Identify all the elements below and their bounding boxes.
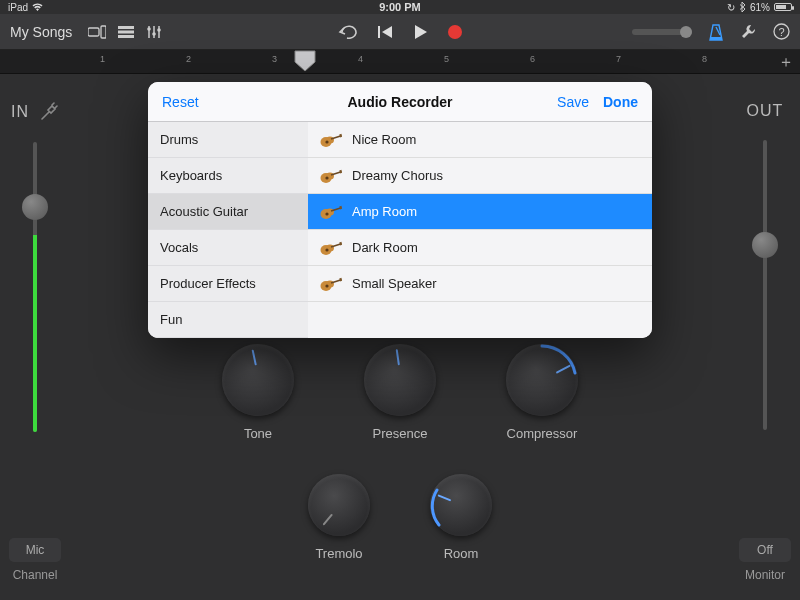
modal-header: Reset Audio Recorder Save Done: [148, 82, 652, 122]
svg-rect-0: [88, 28, 99, 36]
ruler-mark: 1: [100, 54, 105, 64]
guitar-icon: [320, 276, 342, 292]
ruler-mark: 6: [530, 54, 535, 64]
svg-text:?: ?: [778, 26, 784, 38]
svg-rect-8: [378, 26, 380, 38]
svg-point-14: [325, 140, 328, 143]
reset-button[interactable]: Reset: [162, 94, 199, 110]
ruler-mark: 3: [272, 54, 277, 64]
monitor-label: Monitor: [739, 568, 791, 582]
preset-item[interactable]: Amp Room: [308, 194, 652, 230]
ruler-mark: 5: [444, 54, 449, 64]
metronome-icon[interactable]: [708, 23, 724, 41]
ruler-mark: 8: [702, 54, 707, 64]
tone-label: Tone: [244, 426, 272, 441]
output-fader[interactable]: [763, 140, 767, 430]
svg-point-19: [325, 176, 328, 179]
channel-label: Channel: [9, 568, 61, 582]
record-button[interactable]: [448, 25, 462, 39]
in-label: IN: [11, 103, 29, 121]
tone-knob[interactable]: [222, 344, 294, 416]
plug-icon[interactable]: [39, 102, 59, 122]
bluetooth-icon: [739, 2, 746, 12]
preset-list: Nice RoomDreamy ChorusAmp RoomDark RoomS…: [308, 122, 652, 338]
output-fader-knob[interactable]: [752, 232, 778, 258]
preset-label: Dreamy Chorus: [352, 168, 443, 183]
undo-icon[interactable]: [338, 25, 358, 39]
play-icon[interactable]: [414, 24, 428, 40]
battery-icon: [774, 3, 792, 11]
rewind-icon[interactable]: [378, 25, 394, 39]
input-column: IN Mic Channel: [0, 74, 70, 600]
modal-title: Audio Recorder: [347, 94, 452, 110]
svg-rect-2: [118, 26, 134, 29]
browser-view-icon[interactable]: [88, 25, 106, 39]
wifi-icon: [32, 3, 43, 12]
tracks-view-icon[interactable]: [118, 26, 134, 38]
room-label: Room: [444, 546, 479, 561]
guitar-icon: [320, 204, 342, 220]
svg-point-29: [325, 248, 328, 251]
preset-label: Amp Room: [352, 204, 417, 219]
svg-point-24: [325, 212, 328, 215]
category-list: DrumsKeyboardsAcoustic GuitarVocalsProdu…: [148, 122, 308, 338]
category-item[interactable]: Drums: [148, 122, 308, 158]
svg-rect-1: [101, 26, 106, 38]
preset-item[interactable]: Small Speaker: [308, 266, 652, 302]
svg-point-5: [147, 27, 151, 31]
presence-knob[interactable]: [364, 344, 436, 416]
preset-label: Small Speaker: [352, 276, 437, 291]
my-songs-button[interactable]: My Songs: [10, 24, 72, 40]
settings-icon[interactable]: [740, 23, 757, 40]
clock: 9:00 PM: [379, 1, 421, 13]
timeline-ruler[interactable]: ＋ 12345678: [0, 50, 800, 74]
master-volume-slider[interactable]: [632, 29, 692, 35]
compressor-label: Compressor: [507, 426, 578, 441]
ruler-mark: 2: [186, 54, 191, 64]
compressor-knob[interactable]: [506, 344, 578, 416]
mic-button[interactable]: Mic: [9, 538, 61, 562]
save-button[interactable]: Save: [557, 94, 589, 110]
device-name: iPad: [8, 2, 28, 13]
tremolo-knob[interactable]: [308, 474, 370, 536]
add-track-icon[interactable]: ＋: [778, 52, 794, 73]
input-fader[interactable]: [33, 142, 37, 432]
preset-item[interactable]: Dark Room: [308, 230, 652, 266]
done-button[interactable]: Done: [603, 94, 638, 110]
guitar-icon: [320, 240, 342, 256]
room-knob[interactable]: [430, 474, 492, 536]
out-label: OUT: [747, 102, 784, 120]
svg-point-34: [325, 284, 328, 287]
svg-rect-4: [118, 35, 134, 38]
help-icon[interactable]: ?: [773, 23, 790, 40]
preset-label: Nice Room: [352, 132, 416, 147]
orientation-lock-icon: ↻: [727, 2, 735, 13]
top-toolbar: My Songs ?: [0, 14, 800, 50]
category-item[interactable]: Keyboards: [148, 158, 308, 194]
ruler-mark: 7: [616, 54, 621, 64]
mixer-icon[interactable]: [146, 25, 162, 39]
presence-label: Presence: [373, 426, 428, 441]
tremolo-label: Tremolo: [315, 546, 362, 561]
ruler-mark: 4: [358, 54, 363, 64]
guitar-icon: [320, 132, 342, 148]
category-item[interactable]: Fun: [148, 302, 308, 338]
input-fader-knob[interactable]: [22, 194, 48, 220]
input-level-meter: [33, 235, 37, 432]
preset-label: Dark Room: [352, 240, 418, 255]
category-item[interactable]: Acoustic Guitar: [148, 194, 308, 230]
battery-pct: 61%: [750, 2, 770, 13]
guitar-icon: [320, 168, 342, 184]
category-item[interactable]: Producer Effects: [148, 266, 308, 302]
status-bar: iPad 9:00 PM ↻ 61%: [0, 0, 800, 14]
playhead-icon[interactable]: [294, 50, 316, 72]
svg-rect-9: [710, 37, 722, 40]
svg-rect-3: [118, 30, 134, 33]
svg-point-7: [157, 28, 161, 32]
svg-point-6: [152, 32, 156, 36]
monitor-off-button[interactable]: Off: [739, 538, 791, 562]
output-column: OUT Off Monitor: [730, 74, 800, 600]
preset-item[interactable]: Dreamy Chorus: [308, 158, 652, 194]
preset-item[interactable]: Nice Room: [308, 122, 652, 158]
category-item[interactable]: Vocals: [148, 230, 308, 266]
